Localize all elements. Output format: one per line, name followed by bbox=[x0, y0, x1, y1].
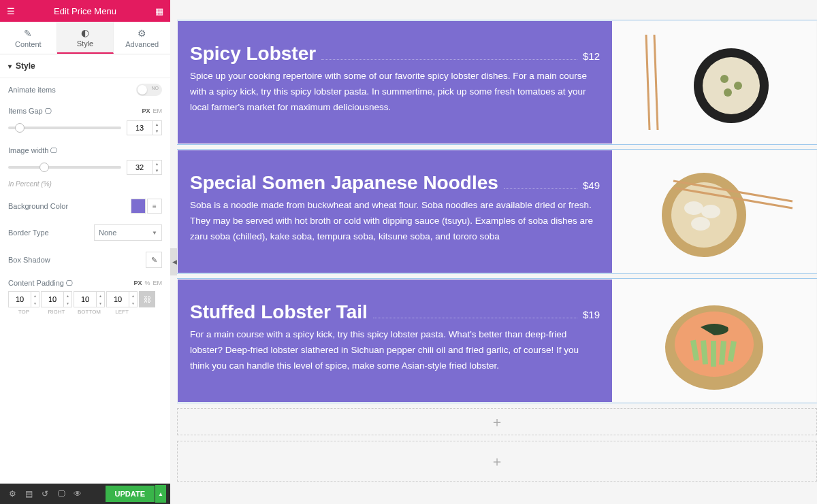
tab-label: Content bbox=[15, 40, 42, 48]
item-image bbox=[612, 280, 816, 402]
chevron-down-icon: ▾ bbox=[8, 63, 12, 70]
tab-content[interactable]: ✎ Content bbox=[0, 22, 57, 54]
bgcolor-label: Background Color bbox=[8, 202, 68, 210]
preview-icon[interactable]: 👁 bbox=[69, 489, 86, 499]
tab-advanced[interactable]: ⚙ Advanced bbox=[114, 22, 170, 54]
gap-stepper[interactable]: ▲▼ bbox=[153, 120, 162, 135]
padding-link-button[interactable]: ⛓ bbox=[139, 291, 155, 307]
section-header[interactable]: ▾ Style bbox=[0, 54, 170, 78]
responsive-icon[interactable]: 🖵 bbox=[50, 147, 57, 154]
preview-area: Spicy Lobster $12 Spice up your cooking … bbox=[177, 0, 817, 504]
item-price: $49 bbox=[583, 180, 600, 191]
padding-top-input[interactable] bbox=[8, 291, 31, 307]
sidebar-header: ☰ Edit Price Menu ▦ bbox=[0, 0, 170, 22]
border-label: Border Type bbox=[8, 229, 49, 237]
update-button[interactable]: UPDATE bbox=[106, 486, 155, 502]
food-illustration bbox=[626, 280, 803, 402]
add-section-button[interactable]: ＋ bbox=[177, 441, 817, 482]
svg-point-4 bbox=[720, 75, 728, 83]
editor-sidebar: ☰ Edit Price Menu ▦ ✎ Content ◐ Style ⚙ … bbox=[0, 0, 170, 504]
gear-icon: ⚙ bbox=[138, 28, 146, 39]
animate-toggle[interactable]: NO bbox=[136, 84, 162, 96]
unit-pct[interactable]: % bbox=[144, 280, 150, 286]
menu-item[interactable]: Spicy Lobster $12 Spice up your cooking … bbox=[177, 20, 817, 144]
item-image bbox=[612, 21, 816, 144]
bottom-bar: ⚙ ▤ ↺ 🖵 👁 UPDATE ▲ bbox=[0, 484, 170, 504]
responsive-mode-icon[interactable]: 🖵 bbox=[53, 489, 69, 499]
panel-title: Edit Price Menu bbox=[16, 6, 154, 16]
item-title: Stuffed Lobster Tail bbox=[190, 301, 368, 323]
item-description: Soba is a noodle made from buckwheat and… bbox=[190, 198, 600, 245]
menu-content: Stuffed Lobster Tail $19 For a main cour… bbox=[178, 280, 612, 402]
item-description: For a main course with a spicy kick, try… bbox=[190, 327, 600, 374]
unit-em[interactable]: EM bbox=[153, 280, 163, 286]
item-price: $19 bbox=[583, 309, 600, 320]
tab-label: Advanced bbox=[125, 40, 159, 48]
panel-tabs: ✎ Content ◐ Style ⚙ Advanced bbox=[0, 22, 170, 54]
menu-content: Spicy Lobster $12 Spice up your cooking … bbox=[178, 21, 612, 144]
animate-label: Animate items bbox=[8, 86, 56, 94]
svg-point-9 bbox=[684, 201, 703, 215]
padding-bottom-input[interactable] bbox=[74, 291, 97, 307]
food-illustration bbox=[626, 150, 803, 273]
food-illustration bbox=[626, 21, 803, 144]
item-title: Special Somen Japanese Noodles bbox=[190, 172, 498, 194]
svg-line-0 bbox=[646, 35, 650, 130]
responsive-icon[interactable]: 🖵 bbox=[66, 280, 73, 287]
gap-slider[interactable] bbox=[8, 127, 121, 129]
controls-panel: ▾ Style Animate items NO Items Gap 🖵 PXE… bbox=[0, 54, 170, 484]
padding-right-input[interactable] bbox=[41, 291, 64, 307]
svg-point-5 bbox=[734, 82, 742, 90]
padding-label: Content Padding 🖵 bbox=[8, 279, 73, 287]
responsive-icon[interactable]: 🖵 bbox=[45, 107, 52, 115]
shadow-label: Box Shadow bbox=[8, 256, 50, 264]
imgw-label: Image width 🖵 bbox=[8, 146, 57, 154]
settings-icon[interactable]: ⚙ bbox=[4, 489, 20, 499]
gap-label: Items Gap 🖵 bbox=[8, 107, 52, 115]
chevron-down-icon: ▼ bbox=[152, 230, 157, 236]
svg-point-11 bbox=[691, 217, 710, 231]
tab-style[interactable]: ◐ Style bbox=[57, 22, 114, 54]
border-select[interactable]: None ▼ bbox=[94, 224, 162, 241]
imgw-hint: In Percent (%) bbox=[0, 180, 170, 193]
imgw-slider[interactable] bbox=[8, 166, 121, 169]
item-price: $12 bbox=[583, 50, 600, 62]
svg-point-6 bbox=[724, 88, 732, 97]
padding-left-input[interactable] bbox=[106, 291, 129, 307]
gap-input[interactable] bbox=[127, 120, 153, 135]
bgcolor-swatch[interactable] bbox=[131, 199, 146, 214]
unit-em[interactable]: EM bbox=[153, 107, 163, 114]
svg-point-10 bbox=[701, 205, 720, 218]
shadow-edit-button[interactable]: ✎ bbox=[146, 252, 162, 268]
imgw-stepper[interactable]: ▲▼ bbox=[153, 160, 162, 175]
svg-point-3 bbox=[703, 57, 760, 114]
svg-line-1 bbox=[654, 35, 658, 130]
tab-label: Style bbox=[77, 39, 93, 48]
update-dropdown[interactable]: ▲ bbox=[155, 485, 166, 503]
svg-rect-18 bbox=[711, 341, 716, 367]
item-title: Spicy Lobster bbox=[190, 43, 316, 65]
unit-px[interactable]: PX bbox=[142, 107, 150, 114]
contrast-icon: ◐ bbox=[81, 27, 89, 38]
unit-px[interactable]: PX bbox=[133, 280, 142, 286]
padding-units: PX%EM bbox=[131, 280, 162, 286]
add-section-button[interactable]: ＋ bbox=[177, 408, 817, 435]
hamburger-icon[interactable]: ☰ bbox=[5, 6, 16, 16]
imgw-input[interactable] bbox=[127, 160, 153, 175]
navigator-icon[interactable]: ▤ bbox=[20, 489, 37, 499]
bgcolor-picker-btn[interactable]: ≡ bbox=[147, 199, 162, 214]
section-title: Style bbox=[16, 61, 35, 71]
item-description: Spice up your cooking repertoire with so… bbox=[190, 69, 600, 116]
gap-units: PXEM bbox=[139, 107, 162, 114]
widgets-grid-icon[interactable]: ▦ bbox=[154, 6, 165, 16]
item-image bbox=[612, 150, 816, 273]
menu-content: Special Somen Japanese Noodles $49 Soba … bbox=[178, 150, 612, 273]
menu-item[interactable]: Stuffed Lobster Tail $19 For a main cour… bbox=[177, 279, 817, 403]
history-icon[interactable]: ↺ bbox=[37, 489, 53, 499]
pencil-icon: ✎ bbox=[24, 28, 32, 39]
menu-item[interactable]: Special Somen Japanese Noodles $49 Soba … bbox=[177, 150, 817, 273]
